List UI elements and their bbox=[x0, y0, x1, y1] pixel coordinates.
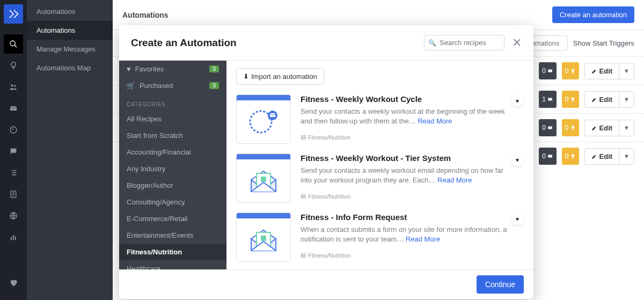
edit-dropdown-button[interactable]: ▼ bbox=[619, 120, 634, 136]
trophies-stat: 0 bbox=[562, 91, 579, 108]
svg-rect-18 bbox=[261, 177, 266, 182]
svg-rect-12 bbox=[548, 127, 552, 129]
emails-stat: 0 bbox=[539, 119, 557, 136]
category-blogger-author[interactable]: Blogger/Author bbox=[119, 177, 226, 194]
tag-icon: ▤ bbox=[301, 193, 306, 200]
read-more-link[interactable]: Read More bbox=[418, 117, 452, 125]
modal-header: Create an Automation 🔍 ✕ bbox=[119, 25, 533, 61]
emails-stat: 0 bbox=[539, 62, 557, 79]
svg-rect-11 bbox=[548, 98, 552, 101]
modal-title: Create an Automation bbox=[131, 37, 237, 49]
category-start-from-scratch[interactable]: Start from Scratch bbox=[119, 127, 226, 144]
edit-dropdown-button[interactable]: ▼ bbox=[619, 148, 634, 165]
category-any-industry[interactable]: Any Industry bbox=[119, 160, 226, 177]
close-icon[interactable]: ✕ bbox=[512, 36, 522, 50]
edit-button[interactable]: Edit bbox=[584, 91, 620, 108]
trophies-stat: 0 bbox=[562, 62, 579, 79]
svg-rect-3 bbox=[10, 106, 17, 111]
category-healthcare[interactable]: Healthcare bbox=[119, 260, 226, 269]
create-automation-button[interactable]: Create an automation bbox=[552, 6, 634, 23]
emails-stat: 0 bbox=[539, 148, 557, 165]
svg-rect-20 bbox=[261, 236, 266, 241]
recipe-list: ⬇Import an automation Fitness - Weekly W… bbox=[226, 61, 533, 269]
people-icon[interactable] bbox=[4, 77, 23, 97]
recipe-card[interactable]: Fitness - Weekly Workout CycleSend your … bbox=[236, 94, 524, 144]
edit-dropdown-button[interactable]: ▼ bbox=[619, 63, 634, 79]
sidebar-item-automations-map[interactable]: Automations Map bbox=[27, 58, 113, 77]
svg-point-2 bbox=[14, 85, 16, 86]
meter-icon[interactable] bbox=[4, 120, 23, 140]
continue-button[interactable]: Continue bbox=[477, 275, 524, 294]
recipe-description: When a contact submits a form on your si… bbox=[301, 225, 508, 244]
favorite-heart-button[interactable]: ♥ bbox=[511, 213, 524, 225]
create-automation-modal: Create an Automation 🔍 ✕ ♥ Favorites 0 🛒… bbox=[119, 25, 533, 299]
app-logo[interactable] bbox=[4, 4, 23, 24]
sidebar: Automations Automations Manage Messages … bbox=[27, 0, 113, 300]
search-icon[interactable] bbox=[4, 34, 23, 54]
trophies-stat: 0 bbox=[562, 148, 579, 165]
trophies-stat: 0 bbox=[562, 119, 579, 136]
category-accounting-financial[interactable]: Accounting/Financial bbox=[119, 144, 226, 160]
recipe-title: Fitness - Weekly Workout Cycle bbox=[301, 94, 508, 104]
icon-rail bbox=[0, 0, 27, 300]
recipe-categories-nav: ♥ Favorites 0 🛒 Purchased 0 CATEGORIES A… bbox=[119, 61, 226, 269]
cart-icon: 🛒 bbox=[127, 82, 135, 90]
favorite-heart-button[interactable]: ♥ bbox=[511, 94, 524, 107]
recipe-description: Send your contacts a weekly workout at t… bbox=[301, 107, 508, 126]
nav-favorites-label: Favorites bbox=[135, 65, 206, 73]
recipe-thumbnail bbox=[236, 153, 291, 203]
recipe-thumbnail bbox=[236, 213, 291, 262]
favorite-heart-button[interactable]: ♥ bbox=[511, 153, 524, 166]
comment-icon[interactable] bbox=[4, 142, 23, 161]
mail-icon[interactable] bbox=[4, 99, 23, 118]
svg-point-1 bbox=[11, 84, 13, 86]
edit-dropdown-button[interactable]: ▼ bbox=[619, 91, 634, 108]
category-e-commerce-retail[interactable]: E-Commerce/Retail bbox=[119, 210, 226, 227]
category-all-recipes[interactable]: All Recipes bbox=[119, 111, 226, 127]
recipe-tag: ▤ Fitness/Nutrition bbox=[301, 252, 508, 259]
svg-rect-13 bbox=[548, 155, 552, 158]
read-more-link[interactable]: Read More bbox=[406, 235, 440, 243]
svg-point-0 bbox=[10, 41, 15, 46]
show-start-triggers-link[interactable]: Show Start Triggers bbox=[573, 39, 634, 47]
favorites-count-badge: 0 bbox=[209, 65, 219, 72]
sidebar-item-automations[interactable]: Automations bbox=[27, 21, 113, 40]
search-icon: 🔍 bbox=[428, 39, 436, 47]
sidebar-item-manage-messages[interactable]: Manage Messages bbox=[27, 40, 113, 58]
chart-icon[interactable] bbox=[4, 228, 23, 247]
category-fitness-nutrition[interactable]: Fitness/Nutrition bbox=[119, 244, 226, 260]
tag-icon: ▤ bbox=[301, 252, 306, 259]
globe-icon[interactable] bbox=[4, 206, 23, 225]
sidebar-title: Automations bbox=[27, 0, 113, 21]
heart-icon[interactable] bbox=[4, 273, 23, 292]
doc-icon[interactable] bbox=[4, 185, 23, 204]
list-icon[interactable] bbox=[4, 163, 23, 182]
edit-button[interactable]: Edit bbox=[584, 63, 620, 79]
purchased-count-badge: 0 bbox=[209, 82, 219, 89]
recipe-tag: ▤ Fitness/Nutrition bbox=[301, 193, 508, 200]
lightbulb-icon[interactable] bbox=[4, 56, 23, 75]
heart-icon: ♥ bbox=[127, 65, 131, 73]
category-consulting-agency[interactable]: Consulting/Agency bbox=[119, 194, 226, 210]
nav-purchased[interactable]: 🛒 Purchased 0 bbox=[119, 77, 226, 94]
recipe-card[interactable]: Fitness - Info Form RequestWhen a contac… bbox=[236, 213, 524, 262]
edit-button[interactable]: Edit bbox=[584, 120, 620, 136]
recipe-title: Fitness - Info Form Request bbox=[301, 213, 508, 222]
import-automation-button[interactable]: ⬇Import an automation bbox=[236, 68, 324, 85]
read-more-link[interactable]: Read More bbox=[437, 176, 472, 184]
download-icon: ⬇ bbox=[243, 72, 249, 81]
category-entertainment-events[interactable]: Entertainment/Events bbox=[119, 227, 226, 244]
recipe-title: Fitness - Weekly Workout - Tier System bbox=[301, 153, 508, 163]
modal-footer: Continue bbox=[119, 269, 533, 299]
nav-purchased-label: Purchased bbox=[140, 82, 205, 90]
recipe-description: Send your contacts a weekly workout emai… bbox=[301, 166, 508, 185]
recipe-card[interactable]: Fitness - Weekly Workout - Tier SystemSe… bbox=[236, 153, 524, 203]
recipe-thumbnail bbox=[236, 94, 291, 144]
tag-icon: ▤ bbox=[301, 134, 306, 141]
svg-rect-8 bbox=[13, 235, 14, 240]
page-title: Automations bbox=[122, 11, 169, 19]
categories-header: CATEGORIES bbox=[119, 94, 226, 111]
nav-favorites[interactable]: ♥ Favorites 0 bbox=[119, 61, 226, 77]
recipe-tag: ▤ Fitness/Nutrition bbox=[301, 134, 508, 141]
edit-button[interactable]: Edit bbox=[584, 148, 620, 165]
